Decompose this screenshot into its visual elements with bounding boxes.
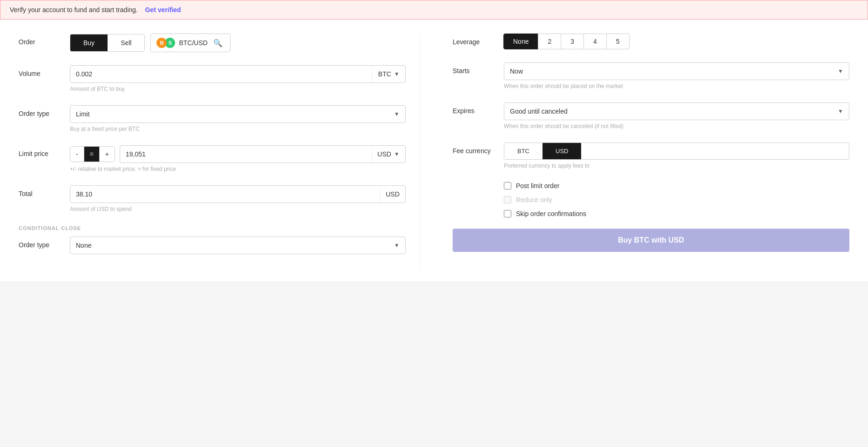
alert-text: Verify your account to fund and start tr…: [10, 6, 138, 14]
fee-usd-btn[interactable]: USD: [542, 143, 581, 159]
expires-content: Good until canceled ▼ When this order sh…: [504, 102, 849, 129]
conditional-close-section: CONDITIONAL CLOSE Order type None ▼: [19, 225, 406, 254]
order-type-helper: Buy at a fixed price per BTC: [70, 126, 406, 132]
starts-value: Now: [510, 68, 523, 75]
sell-button-toggle[interactable]: Sell: [108, 34, 144, 51]
total-row: Total USD Amount of USD to spend: [19, 185, 406, 212]
limit-price-input[interactable]: [120, 146, 372, 163]
conditional-order-type-row: Order type None ▼: [19, 237, 406, 254]
order-type-row: Order type Limit ▼ Buy at a fixed price …: [19, 105, 406, 132]
volume-row: Volume BTC ▼ Amount of BTC to buy: [19, 65, 406, 92]
leverage-3[interactable]: 3: [561, 34, 584, 49]
volume-currency[interactable]: BTC ▼: [372, 66, 405, 82]
limit-price-control: - = + USD ▼: [70, 145, 406, 163]
order-type-chevron: ▼: [394, 111, 400, 117]
limit-price-input-group: USD ▼: [120, 145, 406, 163]
conditional-order-chevron: ▼: [394, 242, 400, 249]
right-column: Leverage None 2 3 4 5 Starts Now ▼ When …: [448, 34, 849, 267]
left-column: Order Buy Sell B S BTC/USD 🔍 Volume: [19, 34, 420, 267]
fee-currency-label: Fee currency: [453, 142, 504, 155]
expires-value: Good until canceled: [510, 108, 568, 115]
leverage-row: Leverage None 2 3 4 5: [453, 34, 849, 49]
volume-input[interactable]: [70, 66, 372, 82]
limit-price-currency[interactable]: USD ▼: [372, 146, 405, 163]
minus-button[interactable]: -: [70, 147, 84, 162]
order-type-content: Limit ▼ Buy at a fixed price per BTC: [70, 105, 406, 132]
volume-content: BTC ▼ Amount of BTC to buy: [70, 65, 406, 92]
limit-price-chevron: ▼: [394, 151, 400, 157]
buy-button-container: Buy BTC with USD: [453, 224, 849, 252]
order-type-value: Limit: [76, 110, 90, 118]
total-input-group: USD: [70, 185, 406, 203]
leverage-2[interactable]: 2: [538, 34, 561, 49]
pair-name: BTC/USD: [179, 39, 207, 47]
fee-currency-content: BTC USD Preferred currency to apply fees…: [504, 142, 849, 169]
pair-search-icon[interactable]: 🔍: [211, 39, 224, 47]
expires-select[interactable]: Good until canceled ▼: [504, 102, 849, 120]
starts-helper: When this order should be placed on the …: [504, 83, 849, 89]
total-helper: Amount of USD to spend: [70, 206, 406, 212]
buy-sell-toggle: Buy Sell: [70, 34, 145, 52]
leverage-none[interactable]: None: [503, 34, 538, 49]
conditional-order-type-content: None ▼: [70, 237, 406, 254]
total-currency: USD: [380, 186, 405, 203]
limit-price-label: Limit price: [19, 145, 70, 157]
leverage-5[interactable]: 5: [606, 34, 630, 49]
starts-label: Starts: [453, 62, 504, 74]
order-type-select-group[interactable]: Limit ▼: [70, 105, 406, 123]
fee-btc-btn[interactable]: BTC: [504, 143, 542, 159]
buy-btc-button[interactable]: Buy BTC with USD: [453, 229, 849, 252]
equal-button[interactable]: =: [84, 147, 100, 162]
pair-selector[interactable]: B S BTC/USD 🔍: [150, 34, 230, 52]
post-limit-row: Post limit order: [504, 182, 849, 190]
conditional-order-type-label: Order type: [19, 237, 70, 249]
order-row: Order Buy Sell B S BTC/USD 🔍: [19, 34, 406, 52]
conditional-order-type-value: None: [76, 242, 91, 249]
reduce-only-checkbox[interactable]: [504, 196, 511, 203]
fee-toggle: BTC USD: [504, 142, 849, 160]
reduce-only-label: Reduce only: [516, 196, 552, 203]
expires-helper: When this order should be canceled (if n…: [504, 123, 849, 129]
conditional-close-label: CONDITIONAL CLOSE: [19, 225, 406, 231]
volume-helper: Amount of BTC to buy: [70, 86, 406, 92]
order-label: Order: [19, 34, 70, 46]
starts-chevron: ▼: [838, 68, 843, 74]
expires-chevron: ▼: [838, 108, 843, 115]
leverage-4[interactable]: 4: [583, 34, 607, 49]
leverage-label: Leverage: [453, 34, 504, 46]
post-limit-label: Post limit order: [516, 182, 559, 190]
conditional-order-type-select[interactable]: None ▼: [70, 237, 406, 254]
skip-confirmations-label: Skip order confirmations: [516, 210, 586, 217]
post-limit-checkbox[interactable]: [504, 182, 511, 190]
leverage-content: None 2 3 4 5: [504, 34, 849, 49]
btc-icon: B: [156, 38, 167, 48]
starts-select[interactable]: Now ▼: [504, 62, 849, 80]
skip-confirmations-row: Skip order confirmations: [504, 210, 849, 217]
fee-currency-row: Fee currency BTC USD Preferred currency …: [453, 142, 849, 169]
volume-chevron: ▼: [394, 71, 400, 77]
limit-price-row: Limit price - = + USD ▼: [19, 145, 406, 172]
leverage-options: None 2 3 4 5: [504, 34, 849, 49]
buy-button-toggle[interactable]: Buy: [70, 34, 108, 51]
total-currency-label: USD: [386, 190, 400, 198]
total-content: USD Amount of USD to spend: [70, 185, 406, 212]
checkbox-section: Post limit order Reduce only Skip order …: [504, 182, 849, 217]
reduce-only-row: Reduce only: [504, 196, 849, 203]
total-input[interactable]: [70, 186, 380, 203]
starts-content: Now ▼ When this order should be placed o…: [504, 62, 849, 89]
limit-price-currency-label: USD: [378, 150, 392, 158]
pair-icons: B S: [156, 38, 175, 48]
fee-currency-helper: Preferred currency to apply fees to: [504, 163, 849, 169]
main-form: Order Buy Sell B S BTC/USD 🔍 Volume: [0, 20, 868, 281]
volume-currency-label: BTC: [378, 70, 391, 78]
skip-confirmations-checkbox[interactable]: [504, 210, 511, 217]
plus-button[interactable]: +: [100, 147, 115, 162]
modifier-buttons: - = +: [70, 146, 115, 162]
expires-row: Expires Good until canceled ▼ When this …: [453, 102, 849, 129]
starts-row: Starts Now ▼ When this order should be p…: [453, 62, 849, 89]
volume-input-group: BTC ▼: [70, 65, 406, 83]
limit-price-content: - = + USD ▼ +/- relative to market price…: [70, 145, 406, 172]
alert-banner: Verify your account to fund and start tr…: [0, 0, 868, 20]
get-verified-link[interactable]: Get verified: [145, 6, 181, 14]
order-type-label: Order type: [19, 105, 70, 117]
